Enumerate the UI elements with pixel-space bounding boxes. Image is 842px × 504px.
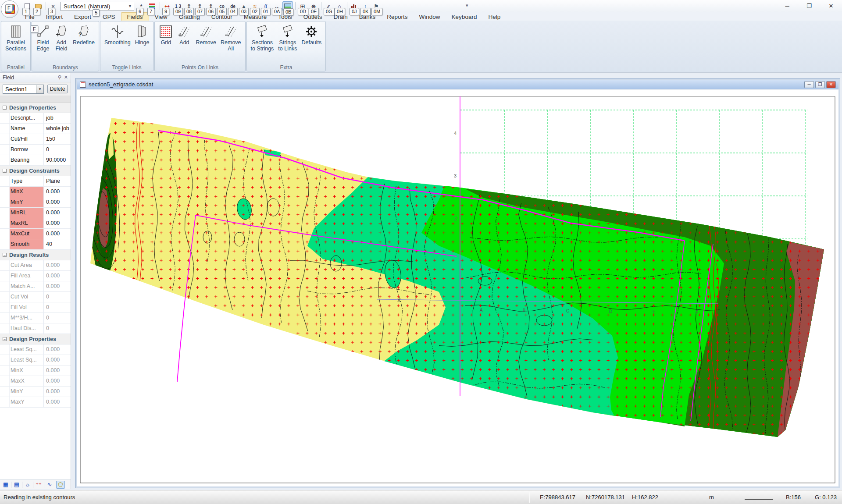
property-value[interactable]: 0.000 <box>44 208 71 218</box>
ribbon-button-strings-to-links[interactable]: Stringsto Links <box>276 23 299 53</box>
property-group-header[interactable]: –Design Constraints <box>0 166 71 176</box>
chart-icon[interactable]: 0J <box>349 1 360 11</box>
raise-icon[interactable]: ↑0K <box>360 1 371 11</box>
collapse-icon[interactable]: – <box>3 169 7 173</box>
layers-tool-icon[interactable]: 7 <box>147 1 157 11</box>
level-top-icon[interactable]: ↥08 <box>184 1 194 11</box>
property-value[interactable]: 40 <box>44 239 71 249</box>
property-value[interactable]: 90.0000 <box>44 155 71 165</box>
ribbon-button-smoothing[interactable]: Smoothing <box>102 23 133 46</box>
level-mid-icon[interactable]: ↥07 <box>195 1 205 11</box>
property-value[interactable]: 0.000 <box>44 387 71 397</box>
pin-icon[interactable]: ⚲ <box>58 75 61 80</box>
doc-minimize-button[interactable]: ─ <box>804 81 814 88</box>
ribbon-button-sections-to-strings[interactable]: Sectionsto Strings <box>249 23 276 53</box>
property-value[interactable]: 0 <box>44 323 71 334</box>
doc-restore-button[interactable]: ❐ <box>815 81 825 88</box>
menu-tab-keyboard[interactable]: Keyboard <box>446 13 483 21</box>
swoosh-icon[interactable]: ≈02 <box>250 1 260 11</box>
image-view-icon[interactable]: 0B <box>282 1 293 11</box>
design-de-icon[interactable]: de04 <box>228 1 238 11</box>
property-value[interactable]: 0 <box>44 145 71 155</box>
property-group-header[interactable]: –Design Properties <box>0 334 71 344</box>
add-points-icon[interactable]: ++9 <box>162 1 172 11</box>
menu-tab-fields[interactable]: Fields <box>121 12 149 21</box>
property-value[interactable]: job <box>44 113 71 123</box>
collapse-icon[interactable]: – <box>3 253 7 257</box>
hatch-icon[interactable]: ∕∕0G <box>323 1 334 11</box>
menu-tab-gps[interactable]: GPS <box>97 13 121 21</box>
list-view-icon[interactable]: ▤ <box>12 481 21 489</box>
profile-wave-icon[interactable]: ∿ <box>45 481 54 489</box>
property-group-header[interactable]: –Design Properties <box>0 103 71 113</box>
property-value[interactable]: 0 <box>44 313 71 323</box>
surface-select[interactable]: Surface1 (Natural)▼5 <box>61 2 134 11</box>
property-row: Match A...0.000 <box>0 281 71 292</box>
zoom-extents-icon[interactable]: ⊞0D <box>297 1 308 11</box>
delete-button[interactable]: Delete <box>47 85 68 93</box>
globe-icon[interactable]: ⊕0E <box>308 1 319 11</box>
minimize-button[interactable]: ─ <box>776 0 798 11</box>
maximize-button[interactable]: ❐ <box>798 0 820 11</box>
map-drawing[interactable]: X ABCDEF 432 <box>80 96 835 483</box>
boundary-polygon-icon[interactable]: ⬠ <box>56 481 65 489</box>
add-points-tool-icon[interactable]: ⁺⁺ <box>34 481 43 489</box>
ribbon-button-add-field[interactable]: AddField <box>52 23 71 53</box>
property-value[interactable]: 0.000 <box>44 344 71 355</box>
level-base-icon[interactable]: ↥06 <box>206 1 216 11</box>
property-value[interactable]: 150 <box>44 134 71 144</box>
section-select[interactable]: Section1 ▼ <box>3 85 44 94</box>
panel-close-icon[interactable]: ✕ <box>64 75 68 80</box>
property-value[interactable]: 0.000 <box>44 355 71 365</box>
ribbon-button-grid[interactable]: Grid <box>157 23 175 53</box>
ribbon-button-remove[interactable]: Remove <box>193 23 218 53</box>
menu-tab-window[interactable]: Window <box>414 13 446 21</box>
menu-tab-reports[interactable]: Reports <box>381 13 413 21</box>
sun-settings-icon[interactable]: ☼ <box>23 481 32 489</box>
property-value[interactable]: whole job <box>44 124 71 134</box>
property-value[interactable]: 0.000 <box>44 397 71 407</box>
numbers-icon[interactable]: 1 309 <box>173 1 183 11</box>
property-label: M**3/H... <box>10 313 44 323</box>
home-view-icon[interactable]: ⌂0H <box>334 1 345 11</box>
property-value[interactable]: 0.000 <box>44 260 71 270</box>
property-label: MinX <box>10 187 44 197</box>
map-canvas[interactable]: X ABCDEF 432 <box>80 96 835 483</box>
contours-co-icon[interactable]: co05 <box>217 1 227 11</box>
property-value[interactable]: 0.000 <box>44 218 71 228</box>
star-tool-icon[interactable]: *6 <box>136 1 146 11</box>
qat-overflow-icon[interactable]: ▾ <box>466 3 468 8</box>
doc-close-button[interactable]: ✕ <box>826 81 836 88</box>
ribbon-button-parallel-sections[interactable]: ParallelSections <box>3 23 29 53</box>
property-value[interactable]: 0.000 <box>44 281 71 291</box>
open-file-icon[interactable]: 2 <box>33 1 43 11</box>
grid-view-icon[interactable]: ▦ <box>1 481 10 489</box>
new-file-icon[interactable]: 1 <box>22 1 32 11</box>
menu-tab-help[interactable]: Help <box>482 13 506 21</box>
ribbon-button-redefine[interactable]: ?Redefine <box>71 23 97 53</box>
property-value[interactable]: 0.000 <box>44 229 71 239</box>
property-group-header[interactable]: –Design Results <box>0 250 71 260</box>
property-value[interactable]: 0 <box>44 302 71 312</box>
ribbon-button-defaults[interactable]: Defaults <box>299 23 324 53</box>
property-value[interactable]: 0 <box>44 292 71 302</box>
property-value[interactable]: Plane <box>44 176 71 186</box>
collapse-icon[interactable]: – <box>3 337 7 341</box>
collapse-icon[interactable]: – <box>3 106 7 110</box>
document-titlebar[interactable]: section5_ezigrade.cdsdat ─ ❐ ✕ <box>77 80 838 89</box>
property-value[interactable]: 0.000 <box>44 197 71 207</box>
app-menu-button[interactable]: F <box>1 0 18 18</box>
property-value[interactable]: 0.000 <box>44 187 71 197</box>
property-value[interactable]: 0.000 <box>44 376 71 386</box>
flag-survey-icon[interactable]: ⚑0M <box>371 1 382 11</box>
property-value[interactable]: 0.000 <box>44 271 71 281</box>
ribbon-button-remove-all[interactable]: RemoveAll <box>218 23 243 53</box>
ribbon-button-hinge[interactable]: Hinge <box>133 23 152 46</box>
property-value[interactable]: 0.000 <box>44 366 71 376</box>
ribbon-button-add[interactable]: Add <box>175 23 193 53</box>
triangulate-icon[interactable]: ▲03 <box>239 1 249 11</box>
close-file-icon[interactable]: ×3 <box>48 1 58 11</box>
points-dots-icon[interactable]: ‥0A <box>271 1 282 11</box>
close-button[interactable]: ✕ <box>820 0 842 11</box>
parentheses-icon[interactable]: ((01 <box>260 1 271 11</box>
